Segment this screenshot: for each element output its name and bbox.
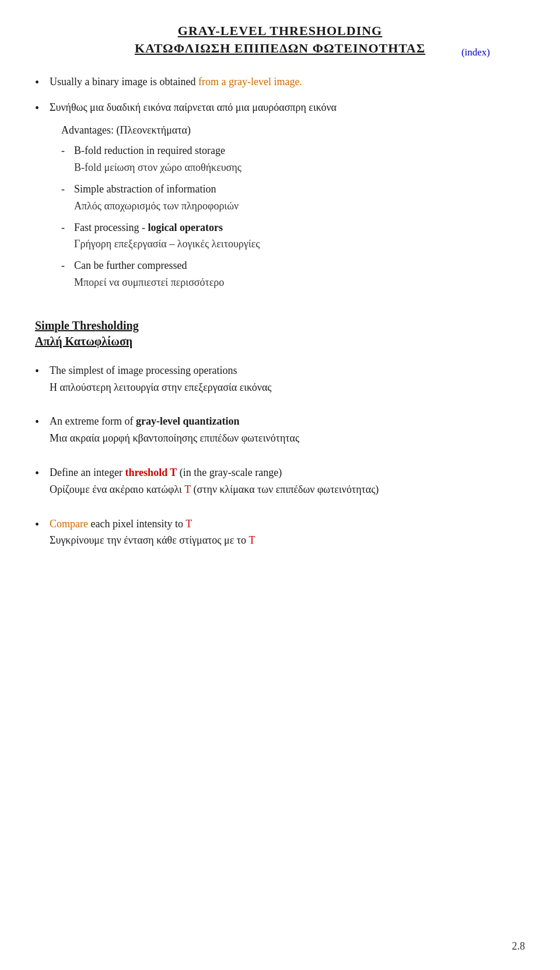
page-number: 2.8: [512, 940, 526, 953]
bullet5-sub-normal2: (στην κλίμακα των επιπέδων φωτεινότητας): [191, 484, 379, 495]
bullet5-text-normal2: (in the gray-scale range): [177, 467, 282, 478]
bullet6-text-red: T: [186, 518, 192, 530]
bullet-content-4: An extreme form of gray-level quantizati…: [50, 413, 525, 447]
advantages-block: Συνήθως μια δυαδική εικόνα παίρνεται από…: [50, 99, 525, 291]
bullet5-sub-red: T: [184, 484, 191, 495]
bullet6-sub-red: T: [249, 534, 255, 546]
adv-main-1: B-fold reduction in required storage: [74, 142, 242, 159]
adv-dash-4: -: [61, 257, 65, 274]
adv-main-3: Fast processing - logical operators: [74, 219, 260, 236]
advantages-line1: Συνήθως μια δυαδική εικόνα παίρνεται από…: [50, 99, 525, 116]
adv-item-2: - Simple abstraction of information Απλό…: [61, 181, 525, 215]
adv-dash-1: -: [61, 142, 65, 159]
content-area: • Usually a binary image is obtained fro…: [35, 73, 525, 549]
bullet-item-6: • Compare each pixel intensity to T Συγκ…: [35, 516, 525, 549]
advantages-label: Advantages: (Πλεονεκτήματα): [61, 122, 525, 139]
adv-item-3: - Fast processing - logical operators Γρ…: [61, 219, 525, 253]
bullet4-text-bold: gray-level quantization: [136, 415, 240, 427]
bullet-content-1: Usually a binary image is obtained from …: [50, 73, 525, 90]
adv-content-4: Can be further compressed Μπορεί να συμπ…: [74, 257, 224, 291]
adv-content-1: B-fold reduction in required storage B-f…: [74, 142, 242, 176]
adv-sub-4: Μπορεί να συμπιεστεί περισσότερο: [74, 274, 224, 291]
adv-dash-3: -: [61, 219, 65, 236]
adv-list: Advantages: (Πλεονεκτήματα) - B-fold red…: [61, 122, 525, 291]
bullet1-text-orange: from a gray-level image.: [198, 76, 302, 87]
bullet4-line1: An extreme form of gray-level quantizati…: [50, 413, 525, 430]
bullet6-text-normal: each pixel intensity to: [88, 518, 186, 530]
section-heading-line1: Simple Thresholding: [35, 319, 525, 332]
advantages-title: Συνήθως μια δυαδική εικόνα παίρνεται από…: [50, 99, 525, 116]
bullet-dot-6: •: [35, 516, 39, 533]
bullet3-line2: Η απλούστερη λειτουργία στην επεξεργασία…: [50, 379, 525, 396]
bullet-item-2: • Συνήθως μια δυαδική εικόνα παίρνεται α…: [35, 99, 525, 296]
bullet-dot-4: •: [35, 413, 39, 430]
bullet-dot-3: •: [35, 362, 39, 380]
adv-main-2: Simple abstraction of information: [74, 181, 239, 198]
adv-sub-2: Απλός αποχωρισμός των πληροφοριών: [74, 198, 239, 215]
title-main: GRAY-LEVEL THRESHOLDING: [35, 23, 525, 38]
bullet4-text-normal: An extreme form of: [50, 415, 136, 427]
adv-dash-2: -: [61, 181, 65, 198]
bullet6-line1: Compare each pixel intensity to T: [50, 516, 525, 533]
bullet-item-3: • The simplest of image processing opera…: [35, 362, 525, 396]
bullet-content-3: The simplest of image processing operati…: [50, 362, 525, 396]
bullet-dot-1: •: [35, 73, 39, 91]
bullet-content-6: Compare each pixel intensity to T Συγκρί…: [50, 516, 525, 549]
bullet5-sub-normal: Ορίζουμε ένα ακέραιο κατώφλι: [50, 484, 184, 495]
bullet-content-2: Συνήθως μια δυαδική εικόνα παίρνεται από…: [50, 99, 525, 296]
adv-content-2: Simple abstraction of information Απλός …: [74, 181, 239, 215]
adv-content-3: Fast processing - logical operators Γρήγ…: [74, 219, 260, 253]
adv-sub-1: B-fold μείωση στον χώρο αποθήκευσης: [74, 159, 242, 176]
bullet6-sub: Συγκρίνουμε την ένταση κάθε στίγματος με…: [50, 532, 525, 549]
bullet5-sub: Ορίζουμε ένα ακέραιο κατώφλι T (στην κλί…: [50, 481, 525, 498]
bullet-dot-5: •: [35, 464, 39, 482]
bullet5-line1: Define an integer threshold T (in the gr…: [50, 464, 525, 481]
bullet-item-4: • An extreme form of gray-level quantiza…: [35, 413, 525, 447]
bullet5-text-bold-red: threshold T: [125, 467, 177, 478]
adv-sub-3: Γρήγορη επεξεργασία – λογικές λειτουργίε…: [74, 236, 260, 253]
bullet5-text-normal: Define an integer: [50, 467, 125, 478]
bullet6-text-orange: Compare: [50, 518, 88, 530]
bullet6-sub-normal: Συγκρίνουμε την ένταση κάθε στίγματος με…: [50, 534, 249, 546]
page-header: GRAY-LEVEL THRESHOLDING ΚΑΤΩΦΛΙΩΣΗ ΕΠΙΠΕ…: [35, 23, 525, 56]
bullet3-line1: The simplest of image processing operati…: [50, 362, 525, 379]
bullet-item-1: • Usually a binary image is obtained fro…: [35, 73, 525, 91]
adv-main-4: Can be further compressed: [74, 257, 224, 274]
adv-item-1: - B-fold reduction in required storage B…: [61, 142, 525, 176]
bullet1-text-normal: Usually a binary image is obtained: [50, 76, 198, 87]
bullet-item-5: • Define an integer threshold T (in the …: [35, 464, 525, 498]
bullet-dot-2: •: [35, 99, 39, 117]
section-heading: Simple Thresholding Απλή Κατωφλίωση: [35, 319, 525, 348]
title-sub: ΚΑΤΩΦΛΙΩΣΗ ΕΠΙΠΕΔΩΝ ΦΩΤΕΙΝΟΤΗΤΑΣ: [35, 41, 525, 56]
section-heading-line2: Απλή Κατωφλίωση: [35, 335, 525, 348]
bullet-content-5: Define an integer threshold T (in the gr…: [50, 464, 525, 498]
bullet4-sub: Μια ακραία μορφή κβαντοποίησης επιπέδων …: [50, 430, 525, 447]
adv-item-4: - Can be further compressed Μπορεί να συ…: [61, 257, 525, 291]
index-link[interactable]: (index): [461, 47, 490, 58]
